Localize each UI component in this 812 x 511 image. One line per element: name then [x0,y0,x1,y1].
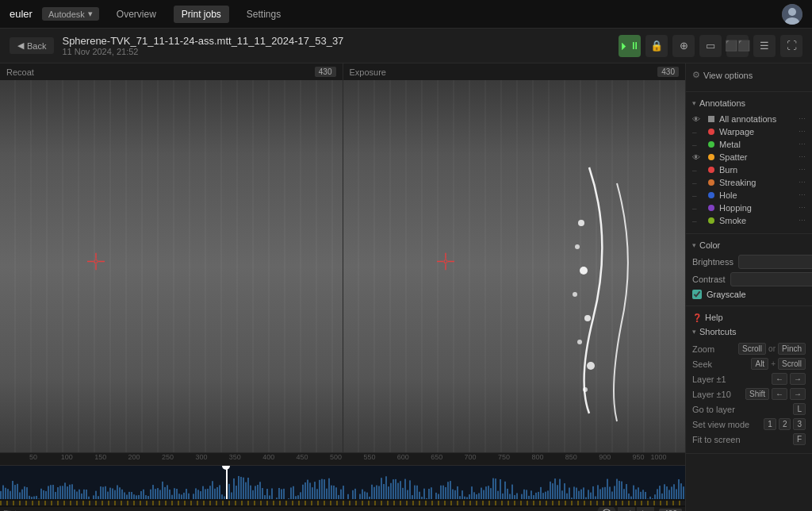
stripe-overlay-left [0,80,343,452]
shortcut-layer1-keys: ← → [772,373,806,385]
hole-label: Hole [719,190,794,200]
shortcuts-header[interactable]: ▾ Shortcuts [692,327,806,336]
annotation-burn[interactable]: – Burn ⋯ [692,163,806,176]
single-view-button[interactable]: ▭ [699,35,722,57]
ruler-1000: 1000 [651,453,667,461]
crosshair-left [87,252,105,272]
nav-print-jobs[interactable]: Print jobs [174,6,229,23]
warpage-menu[interactable]: ⋯ [799,128,806,136]
shortcut-zoom-label: Zoom [692,344,714,354]
file-bar: ◀ Back Spherene-TVK_71_11-11-24-ass.mtt_… [0,29,812,63]
crosshair-right [437,252,454,272]
eye-metal-icon: – [692,140,703,149]
contrast-label: Contrast [692,275,726,284]
smoke-dot [708,217,714,224]
target-button[interactable]: ⊕ [672,35,695,57]
ruler-200: 200 [128,453,140,461]
ruler-marks: 50 100 150 200 250 300 350 400 450 500 5… [6,453,679,466]
spatter-menu[interactable]: ⋯ [799,153,806,161]
shortcut-layer10: Layer ±10 Shift ← → [692,386,806,402]
back-button[interactable]: ◀ Back [10,37,54,54]
file-info: Spherene-TVK_71_11-11-24-ass.mtt_11_11_2… [62,35,611,56]
eye-smoke-icon: – [692,217,703,225]
grayscale-row: Grayscale [692,290,806,299]
split-view-button[interactable]: ⬛⬛ [726,35,749,57]
grayscale-checkbox[interactable] [692,290,702,299]
color-header[interactable]: ▾ Color [692,240,806,250]
ruler-400: 400 [262,453,274,461]
seek-key-scroll: Scroll [778,358,806,370]
nav-settings[interactable]: Settings [239,6,289,23]
annotation-all-menu[interactable]: ⋯ [799,115,806,123]
recoat-panel: Recoat 430 [0,63,343,452]
brightness-input[interactable] [738,255,812,269]
burn-menu[interactable]: ⋯ [799,166,806,174]
annotation-hopping[interactable]: – Hopping ⋯ [692,202,806,214]
recoat-label: Recoat [6,67,34,77]
layer10-key-right: → [790,388,806,400]
annotations-header[interactable]: ▾ Annotations [692,98,806,108]
nav-overview[interactable]: Overview [109,6,164,23]
top-nav: euler Autodesk ▾ Overview Print jobs Set… [0,0,812,29]
viewmode-key-2: 2 [779,418,791,430]
streaking-menu[interactable]: ⋯ [799,179,806,186]
fullscreen-button[interactable]: ⛶ [780,35,802,57]
smoke-label: Smoke [719,216,794,225]
streaking-label: Streaking [719,178,794,187]
ruler-450: 450 [297,453,308,461]
shortcut-goto-keys: L [793,403,806,415]
annotation-all-indicator [708,116,714,122]
hopping-menu[interactable]: ⋯ [799,204,806,212]
hopping-label: Hopping [719,203,794,213]
seek-key-alt: Alt [751,358,768,370]
warpage-dot [708,129,714,135]
help-header[interactable]: ❓ Help [692,313,806,322]
waveform-canvas[interactable]: // Generate waveform bars dynamically [0,466,685,499]
annotation-smoke[interactable]: – Smoke ⋯ [692,214,806,227]
viewer-area: Recoat 430 [0,63,685,511]
h-split-button[interactable]: ☰ [753,35,776,57]
shortcut-goto-label: Go to layer [692,405,735,414]
exposure-count: 430 [657,67,679,77]
contrast-input[interactable] [730,272,812,286]
annotation-all-label: All annotations [719,114,794,124]
viewmode-key-3: 3 [793,418,806,430]
goto-key-l: L [793,403,806,415]
metal-menu[interactable]: ⋯ [799,140,806,148]
exposure-canvas[interactable] [343,80,686,452]
right-panel: ⚙ View options ▾ Annotations 👁 All annot… [685,63,812,511]
autodesk-selector[interactable]: Autodesk ▾ [42,7,99,21]
play-button[interactable]: ⏵⏸ [619,35,641,57]
shortcut-zoom: Zoom Scroll or Pinch [692,341,806,356]
shortcut-layer10-keys: Shift ← → [745,388,806,400]
eye-hole-icon: – [692,191,703,200]
annotations-chevron: ▾ [692,99,696,107]
annotation-metal[interactable]: – Metal ⋯ [692,138,806,151]
smoke-menu[interactable]: ⋯ [799,217,806,225]
annotation-warpage[interactable]: – Warpage ⋯ [692,125,806,138]
shortcut-layer1: Layer ±1 ← → [692,371,806,386]
grayscale-label: Grayscale [707,290,746,299]
annotation-all[interactable]: 👁 All annotations ⋯ [692,113,806,125]
recoat-canvas[interactable] [0,80,343,452]
color-chevron: ▾ [692,241,696,249]
svg-point-1 [788,8,796,16]
shortcut-seek-label: Seek [692,359,712,369]
eye-warpage-icon: – [692,128,703,136]
exposure-panel-header: Exposure 430 [343,63,686,80]
zoom-key-scroll: Scroll [738,343,766,355]
recoat-count: 430 [315,67,336,77]
ruler-50: 50 [29,453,37,461]
annotation-spatter[interactable]: 👁 Spatter ⋯ [692,151,806,163]
annotation-hole[interactable]: – Hole ⋯ [692,189,806,202]
help-icon: ❓ [692,313,702,322]
shortcut-layer10-label: Layer ±10 [692,390,731,399]
avatar [782,4,802,25]
lock-button[interactable]: 🔒 [645,35,668,57]
hole-menu[interactable]: ⋯ [799,191,806,199]
main-area: Recoat 430 [0,63,812,511]
warpage-label: Warpage [719,127,794,136]
ruler-300: 300 [195,453,207,461]
annotation-streaking[interactable]: – Streaking ⋯ [692,176,806,189]
shortcut-fitscreen: Fit to screen F [692,432,806,447]
